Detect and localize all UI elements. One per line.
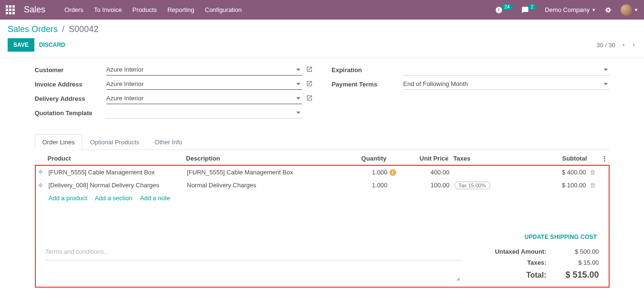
resize-grip-icon[interactable]: ◢ [456, 276, 460, 281]
total-label: Total: [526, 271, 546, 280]
th-taxes: Taxes [449, 155, 496, 162]
tabs: Order Lines Optional Products Other Info [35, 134, 610, 150]
customer-external-link-icon[interactable] [306, 66, 313, 74]
delivery-address-field[interactable] [106, 93, 302, 104]
untaxed-value: $ 500.00 [561, 248, 599, 255]
label-invoice-address: Invoice Address [35, 81, 106, 88]
total-value: $ 515.00 [561, 270, 599, 280]
label-expiration: Expiration [332, 66, 403, 74]
payment-caret-icon[interactable] [604, 83, 608, 86]
tab-other-info[interactable]: Other Info [147, 134, 190, 150]
expiration-caret-icon[interactable] [604, 69, 608, 71]
cell-unit-price[interactable]: 100.00 [402, 182, 450, 189]
tab-optional-products[interactable]: Optional Products [82, 134, 147, 150]
customer-field[interactable] [106, 64, 302, 75]
invoice-address-field[interactable] [106, 78, 302, 90]
cell-quantity[interactable]: 1.000 [340, 182, 388, 189]
cell-subtotal: $ 100.00 [497, 182, 586, 189]
cell-quantity[interactable]: 1.000 [340, 169, 388, 176]
label-payment-terms: Payment Terms [332, 81, 403, 88]
update-shipping-cost-button[interactable]: UPDATE SHIPPING COST [525, 234, 597, 240]
order-lines-header: Product Description Quantity Unit Price … [35, 150, 610, 166]
customer-caret-icon[interactable] [296, 69, 300, 71]
user-menu[interactable]: ▼ [621, 4, 638, 16]
th-description: Description [186, 155, 339, 162]
drag-handle-icon[interactable]: ✥ [38, 169, 49, 175]
company-switch[interactable]: Demo Company ▼ [545, 6, 596, 13]
warning-icon[interactable]: i [390, 169, 396, 176]
nav-orders[interactable]: Orders [64, 6, 84, 13]
nav-links: Orders To Invoice Products Reporting Con… [64, 6, 242, 13]
breadcrumb-root[interactable]: Sales Orders [8, 24, 58, 34]
add-section-link[interactable]: Add a section [95, 194, 132, 202]
discard-button[interactable]: DISCARD [39, 42, 65, 48]
delivery-external-link-icon[interactable] [306, 95, 313, 103]
form-sheet: Customer Invoice Address Delivery Addres… [28, 58, 616, 291]
taxes-label: Taxes: [527, 259, 546, 266]
quotation-template-field[interactable] [106, 107, 302, 119]
cell-description[interactable]: Normal Delivery Charges [187, 182, 340, 189]
delete-row-icon[interactable]: 🗑 [586, 169, 600, 176]
tab-order-lines[interactable]: Order Lines [35, 134, 83, 150]
cell-unit-price[interactable]: 400.00 [402, 169, 450, 176]
tax-pill: Tax 15.00% [454, 182, 490, 189]
th-product: Product [48, 155, 186, 162]
cell-product[interactable]: [Delivery_008] Normal Delivery Charges [49, 182, 187, 189]
th-unit-price: Unit Price [401, 155, 449, 162]
payment-terms-field[interactable] [403, 78, 610, 90]
top-navbar: Sales Orders To Invoice Products Reporti… [0, 0, 644, 20]
activity-badge: 24 [502, 4, 513, 10]
invoice-caret-icon[interactable] [296, 83, 300, 86]
quotation-caret-icon[interactable] [296, 112, 300, 114]
app-brand: Sales [24, 5, 45, 15]
avatar [621, 4, 632, 16]
untaxed-label: Untaxed Amount: [495, 248, 547, 255]
pager-next-icon[interactable] [632, 43, 636, 47]
delivery-caret-icon[interactable] [296, 97, 300, 100]
apps-menu-icon[interactable] [6, 5, 15, 15]
label-customer: Customer [35, 66, 106, 74]
taxes-value: $ 15.00 [561, 259, 599, 266]
delete-row-icon[interactable]: 🗑 [586, 182, 600, 189]
breadcrumb-current: S00042 [69, 24, 98, 34]
label-quotation-template: Quotation Template [35, 109, 106, 117]
columns-menu-icon[interactable]: ⋮ [601, 155, 607, 162]
cell-description[interactable]: [FURN_5555] Cable Management Box [187, 169, 340, 176]
expiration-field[interactable] [403, 64, 610, 75]
cell-taxes[interactable]: Tax 15.00% [450, 182, 497, 189]
activity-indicator[interactable]: 24 [495, 6, 513, 14]
add-product-link[interactable]: Add a product [49, 194, 87, 202]
company-name: Demo Company [545, 6, 590, 13]
terms-input[interactable] [45, 246, 461, 260]
messages-indicator[interactable]: 2 [521, 6, 537, 14]
save-button[interactable]: SAVE [8, 38, 34, 52]
th-quantity: Quantity [339, 155, 387, 162]
table-row[interactable]: ✥ [FURN_5555] Cable Management Box [FURN… [36, 165, 609, 179]
nav-products[interactable]: Products [132, 6, 157, 13]
debug-icon[interactable] [604, 6, 612, 14]
cell-product[interactable]: [FURN_5555] Cable Management Box [49, 169, 187, 176]
add-note-link[interactable]: Add a note [140, 194, 170, 202]
drag-handle-icon[interactable]: ✥ [38, 182, 49, 189]
breadcrumb: Sales Orders / S00042 [8, 24, 636, 34]
messages-badge: 2 [528, 4, 537, 10]
order-lines-panel: ✥ [FURN_5555] Cable Management Box [FURN… [35, 165, 610, 288]
pager-prev-icon[interactable] [621, 43, 626, 47]
nav-to-invoice[interactable]: To Invoice [94, 6, 122, 13]
th-subtotal: Subtotal [496, 155, 587, 162]
nav-configuration[interactable]: Configuration [205, 6, 242, 13]
pager: 30 / 30 [596, 42, 636, 49]
totals: Untaxed Amount: $ 500.00 Taxes: $ 15.00 … [475, 246, 599, 282]
cell-subtotal: $ 400.00 [497, 169, 586, 176]
nav-reporting[interactable]: Reporting [168, 6, 194, 13]
label-delivery-address: Delivery Address [35, 95, 106, 102]
invoice-external-link-icon[interactable] [306, 80, 313, 88]
table-row[interactable]: ✥ [Delivery_008] Normal Delivery Charges… [36, 179, 609, 192]
control-bar: Sales Orders / S00042 SAVE DISCARD 30 / … [0, 20, 644, 58]
